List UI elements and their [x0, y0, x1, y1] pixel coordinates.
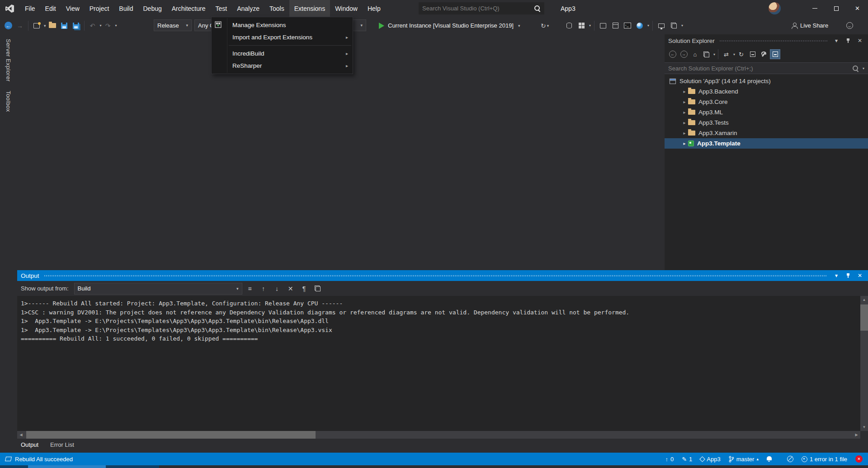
data-sources-dropdown-icon[interactable]: ▾	[589, 23, 591, 28]
close-panel-icon[interactable]: ✕	[855, 36, 864, 45]
vertical-scrollbar-thumb[interactable]	[860, 304, 868, 331]
package-manager-button[interactable]	[610, 20, 621, 31]
menu-item-import-export-extensions[interactable]: Import and Export Extensions ▸	[212, 31, 353, 43]
expander-icon[interactable]: ▸	[681, 89, 688, 94]
search-input[interactable]	[422, 5, 534, 12]
browser-link-dropdown-icon[interactable]: ▾	[647, 23, 649, 28]
switch-views-button[interactable]	[701, 49, 712, 59]
quick-search-box[interactable]	[419, 2, 544, 14]
sync-status-button[interactable]	[787, 456, 793, 462]
menu-extensions[interactable]: Extensions	[289, 0, 330, 17]
window-position-dropdown-icon[interactable]: ▾	[832, 36, 841, 45]
window-layout-button[interactable]	[668, 20, 679, 31]
open-file-button[interactable]	[47, 20, 58, 31]
collapse-all-button[interactable]	[747, 49, 758, 59]
scroll-down-icon[interactable]: ▼	[860, 423, 868, 431]
drag-grip[interactable]	[719, 40, 827, 42]
outgoing-commits-button[interactable]: ↑ 0	[665, 456, 674, 463]
user-avatar[interactable]	[769, 2, 781, 14]
se-home-button[interactable]: ⌂	[690, 49, 700, 59]
start-debugging-button[interactable]: Current Instance [Visual Studio Enterpri…	[379, 17, 520, 34]
window-layout-dropdown-icon[interactable]: ▾	[681, 23, 683, 28]
command-window-button[interactable]: ›_	[622, 20, 633, 31]
live-share-button[interactable]: Live Share	[791, 17, 828, 34]
minimize-button[interactable]	[804, 0, 826, 17]
tab-error-list[interactable]: Error List	[50, 441, 74, 448]
copy-output-button[interactable]	[312, 283, 324, 294]
menu-architecture[interactable]: Architecture	[167, 0, 211, 17]
menu-tools[interactable]: Tools	[264, 0, 289, 17]
menu-debug[interactable]: Debug	[138, 0, 167, 17]
refresh-button[interactable]: ↻	[736, 49, 746, 59]
pending-changes-filter-button[interactable]: ⇄	[721, 49, 731, 59]
toolbox-tab[interactable]: Toolbox	[5, 91, 12, 112]
device-preview-button[interactable]	[656, 20, 667, 31]
navigate-back-button[interactable]: ←	[3, 20, 14, 31]
menu-build[interactable]: Build	[114, 0, 138, 17]
error-summary-button[interactable]: 1 error in 1 file	[802, 456, 847, 463]
close-button[interactable]: ✕	[847, 0, 868, 17]
run-target-dropdown-icon[interactable]: ▾	[518, 23, 520, 28]
menu-window[interactable]: Window	[330, 0, 363, 17]
switch-views-dropdown-icon[interactable]: ▾	[713, 52, 715, 56]
undo-dropdown-icon[interactable]: ▾	[100, 23, 102, 28]
new-project-dropdown-icon[interactable]: ▾	[44, 23, 46, 28]
menu-test[interactable]: Test	[210, 0, 232, 17]
properties-button[interactable]	[759, 49, 769, 59]
menu-help[interactable]: Help	[363, 0, 386, 17]
vertical-scrollbar[interactable]: ▲ ▼	[860, 296, 868, 431]
refresh-button[interactable]: ↻ ▾	[541, 17, 549, 34]
tree-row-project[interactable]: ▸ App3.Xamarin	[665, 128, 868, 138]
go-to-next-message-button[interactable]: ↓	[271, 283, 283, 294]
configuration-dropdown[interactable]: Release ▾	[154, 19, 192, 31]
error-badge-icon[interactable]: ✕	[855, 455, 863, 463]
repository-button[interactable]: App3	[700, 456, 720, 463]
data-sources-button[interactable]	[576, 20, 587, 31]
redo-dropdown-icon[interactable]: ▾	[115, 23, 117, 28]
scroll-left-icon[interactable]: ◀	[17, 431, 25, 439]
drag-grip[interactable]	[44, 275, 827, 277]
search-icon[interactable]	[534, 5, 541, 12]
pending-changes-button[interactable]: ✎ 1	[682, 456, 692, 463]
search-icon[interactable]	[852, 65, 859, 72]
attach-process-button[interactable]	[598, 20, 609, 31]
output-log[interactable]: 1>------ Rebuild All started: Project: A…	[17, 296, 860, 431]
output-header[interactable]: Output ▾ ✕	[17, 270, 868, 281]
menu-view[interactable]: View	[61, 0, 85, 17]
solution-explorer-header[interactable]: Solution Explorer ▾ ✕	[665, 34, 868, 47]
new-project-button[interactable]	[31, 20, 42, 31]
menu-item-resharper[interactable]: ReSharper ▸	[212, 60, 353, 72]
go-to-previous-message-button[interactable]: ↑	[258, 283, 269, 294]
menu-edit[interactable]: Edit	[40, 0, 61, 17]
menu-file[interactable]: File	[20, 0, 40, 17]
window-position-dropdown-icon[interactable]: ▾	[832, 271, 841, 280]
expander-icon[interactable]: ▸	[681, 131, 688, 136]
search-options-dropdown-icon[interactable]: ▾	[863, 66, 864, 70]
auto-hide-pin-icon[interactable]	[844, 36, 853, 45]
expander-icon[interactable]: ▸	[681, 110, 688, 115]
preview-selected-items-button[interactable]	[770, 49, 780, 59]
tab-output[interactable]: Output	[21, 441, 38, 448]
undo-button[interactable]: ↶	[87, 20, 98, 31]
se-forward-button[interactable]: →	[679, 49, 689, 59]
notifications-button[interactable]	[767, 456, 772, 462]
send-feedback-button[interactable]	[846, 17, 853, 34]
horizontal-scrollbar-thumb[interactable]	[26, 431, 316, 439]
tree-row-project[interactable]: ▸ App3.ML	[665, 107, 868, 117]
menu-item-manage-extensions[interactable]: Manage Extensions	[212, 19, 353, 31]
auto-hide-pin-icon[interactable]	[844, 271, 853, 280]
branch-button[interactable]: master ▴	[729, 456, 759, 463]
menu-analyze[interactable]: Analyze	[232, 0, 264, 17]
tree-row-solution[interactable]: Solution 'App3' (14 of 14 projects)	[665, 76, 868, 86]
redo-button[interactable]: ↷	[103, 20, 113, 31]
close-panel-icon[interactable]: ✕	[855, 271, 864, 280]
menu-project[interactable]: Project	[85, 0, 114, 17]
expander-icon[interactable]: ▸	[681, 120, 688, 125]
expander-icon[interactable]: ▸	[681, 99, 688, 104]
filter-dropdown-icon[interactable]: ▾	[733, 52, 735, 56]
output-source-dropdown[interactable]: Build ▾	[74, 283, 242, 295]
scroll-up-icon[interactable]: ▲	[860, 296, 868, 304]
save-button[interactable]	[59, 20, 70, 31]
maximize-button[interactable]	[826, 0, 847, 17]
expander-icon[interactable]: ▸	[681, 141, 688, 146]
